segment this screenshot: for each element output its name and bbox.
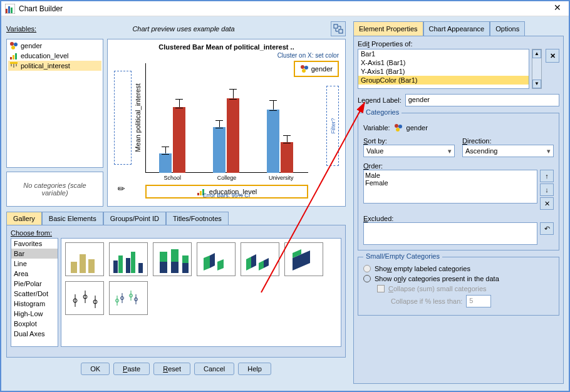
bar-error-clustered-thumb[interactable] bbox=[109, 281, 148, 315]
tab-options[interactable]: Options bbox=[490, 21, 525, 36]
order-item[interactable]: Male bbox=[365, 172, 536, 179]
bar-stacked-thumb[interactable] bbox=[153, 242, 192, 276]
variables-label: Variables: bbox=[6, 25, 36, 33]
chart-preview[interactable]: Clustered Bar Mean of political_interest… bbox=[107, 39, 346, 207]
svg-rect-24 bbox=[88, 259, 95, 273]
chart-builder-window: Chart Builder ✕ Variables: Chart preview… bbox=[0, 0, 570, 392]
element-item[interactable]: Bar1 bbox=[358, 49, 529, 58]
variable-item[interactable]: education_level bbox=[8, 51, 101, 61]
bar-3d-simple-thumb[interactable] bbox=[197, 242, 236, 276]
paste-button[interactable]: Paste bbox=[113, 363, 150, 375]
nominal-icon bbox=[9, 41, 18, 50]
bar-simple-thumb[interactable] bbox=[65, 242, 104, 276]
chart-type-item[interactable]: Boxplot bbox=[11, 319, 58, 329]
chart-type-item[interactable]: Bar bbox=[11, 249, 58, 259]
svg-rect-26 bbox=[118, 255, 123, 273]
svg-marker-40 bbox=[251, 254, 256, 268]
bar-error-simple-thumb[interactable] bbox=[65, 281, 104, 315]
svg-point-61 bbox=[398, 125, 402, 128]
legend-label-input[interactable]: gender bbox=[405, 94, 559, 106]
svg-rect-22 bbox=[71, 262, 77, 273]
svg-marker-36 bbox=[204, 255, 210, 271]
help-button[interactable]: Help bbox=[238, 363, 271, 375]
svg-point-62 bbox=[396, 128, 400, 132]
right-pane: Element Properties Chart Appearance Opti… bbox=[351, 16, 569, 391]
element-list-scrollbar[interactable]: ▲ ▼ bbox=[532, 49, 542, 89]
tab-titles-footnotes[interactable]: Titles/Footnotes bbox=[166, 212, 229, 225]
chart-type-item[interactable]: Pie/Polar bbox=[11, 279, 58, 289]
cancel-button[interactable]: Cancel bbox=[194, 363, 234, 375]
order-item[interactable]: Female bbox=[365, 179, 536, 187]
excluded-list[interactable] bbox=[363, 222, 537, 245]
collapse-pct-label: Collapse if % less than: bbox=[391, 297, 462, 305]
svg-rect-29 bbox=[138, 263, 143, 273]
include-button[interactable]: ↶ bbox=[540, 222, 554, 235]
filter-dropzone[interactable]: Filter? bbox=[326, 86, 339, 166]
collapse-checkbox: Collapse (sum) small categories bbox=[377, 285, 554, 292]
exclude-button[interactable]: ✕ bbox=[540, 197, 554, 210]
preview-hint: Chart preview uses example data bbox=[36, 25, 331, 33]
variables-list[interactable]: gender education_level political_interes… bbox=[6, 39, 103, 168]
svg-rect-2 bbox=[11, 8, 13, 13]
swap-axes-button[interactable] bbox=[331, 21, 346, 36]
y-axis-dropzone[interactable] bbox=[114, 71, 132, 165]
move-down-button[interactable]: ↓ bbox=[540, 183, 554, 196]
svg-rect-32 bbox=[171, 249, 179, 262]
variable-name: political_interest bbox=[21, 62, 70, 70]
element-item[interactable]: Y-Axis1 (Bar1) bbox=[358, 67, 529, 76]
tab-groups-point-id[interactable]: Groups/Point ID bbox=[103, 212, 166, 225]
bar-3d-clustered-thumb[interactable] bbox=[241, 242, 279, 276]
tab-chart-appearance[interactable]: Chart Appearance bbox=[423, 21, 490, 36]
chart-type-item[interactable]: Dual Axes bbox=[11, 329, 58, 339]
chart-type-item[interactable]: Area bbox=[11, 269, 58, 279]
categories-group: Categories Variable: gender Sort by: Val… bbox=[358, 113, 559, 250]
sort-by-select[interactable]: Value bbox=[363, 145, 455, 157]
element-list[interactable]: Bar1 X-Axis1 (Bar1) Y-Axis1 (Bar1) Group… bbox=[358, 49, 529, 89]
chart-type-item[interactable]: Histogram bbox=[11, 299, 58, 309]
collapse-pct-input: 5 bbox=[466, 295, 491, 307]
svg-rect-34 bbox=[182, 255, 189, 263]
window-title: Chart Builder bbox=[19, 4, 550, 13]
properties-panel: Edit Properties of: Bar1 X-Axis1 (Bar1) … bbox=[353, 36, 564, 384]
variable-item[interactable]: gender bbox=[8, 41, 101, 51]
svg-rect-27 bbox=[126, 258, 130, 273]
left-pane: Variables: Chart preview uses example da… bbox=[1, 16, 351, 391]
svg-marker-42 bbox=[264, 258, 269, 268]
no-categories-text: No categories (scale variable) bbox=[9, 182, 100, 197]
close-button[interactable]: ✕ bbox=[550, 3, 565, 15]
chart-type-list[interactable]: Favorites Bar Line Area Pie/Polar Scatte… bbox=[11, 238, 58, 347]
chart-type-item[interactable]: High-Low bbox=[11, 309, 58, 319]
tab-gallery[interactable]: Gallery bbox=[6, 212, 42, 225]
move-up-button[interactable]: ↑ bbox=[540, 170, 554, 182]
bar-3d-stacked-thumb[interactable] bbox=[284, 242, 323, 276]
svg-rect-11 bbox=[15, 53, 17, 59]
chart-type-item[interactable]: Favorites bbox=[11, 239, 58, 249]
svg-rect-10 bbox=[13, 55, 14, 59]
show-only-present-radio[interactable]: Show only categories present in the data bbox=[363, 275, 554, 282]
scroll-up-icon[interactable]: ▲ bbox=[532, 49, 541, 58]
element-item[interactable]: GroupColor (Bar1) bbox=[358, 76, 529, 85]
show-empty-radio[interactable]: Show empty labeled categories bbox=[363, 265, 554, 272]
categories-title: Categories bbox=[363, 108, 402, 116]
y-axis-label: Mean political_interest bbox=[133, 71, 143, 165]
delete-element-button[interactable]: ✕ bbox=[546, 49, 559, 63]
chart-type-item[interactable]: Scatter/Dot bbox=[11, 289, 58, 299]
svg-rect-4 bbox=[334, 24, 338, 28]
tab-basic-elements[interactable]: Basic Elements bbox=[42, 212, 103, 225]
svg-point-7 bbox=[14, 43, 18, 46]
variable-name: gender bbox=[21, 42, 42, 49]
order-list[interactable]: Male Female bbox=[363, 170, 537, 204]
element-item[interactable]: X-Axis1 (Bar1) bbox=[358, 58, 529, 67]
svg-rect-23 bbox=[80, 254, 86, 273]
tab-element-properties[interactable]: Element Properties bbox=[353, 21, 423, 36]
chart-type-item[interactable]: Line bbox=[11, 259, 58, 269]
ok-button[interactable]: OK bbox=[81, 363, 110, 375]
reset-button[interactable]: Reset bbox=[153, 363, 190, 375]
bar-clustered-thumb[interactable] bbox=[109, 242, 148, 276]
direction-select[interactable]: Ascending bbox=[462, 145, 554, 157]
scroll-down-icon[interactable]: ▼ bbox=[532, 80, 541, 88]
direction-label: Direction: bbox=[462, 137, 554, 145]
svg-rect-5 bbox=[339, 29, 343, 33]
variable-item[interactable]: political_interest bbox=[8, 61, 101, 71]
svg-rect-33 bbox=[171, 262, 179, 273]
